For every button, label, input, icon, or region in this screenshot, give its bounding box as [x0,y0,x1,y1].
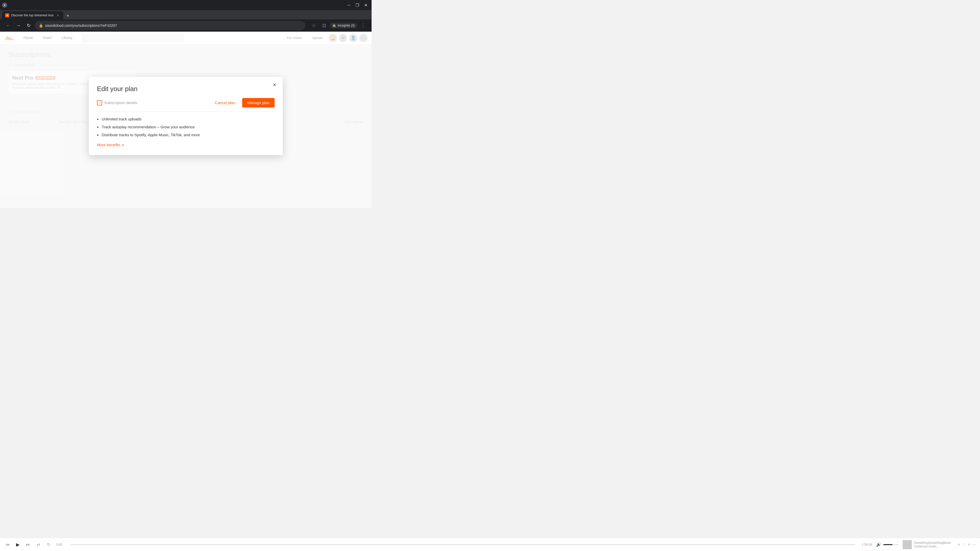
incognito-label: Incognito (3) [338,24,355,27]
incognito-badge[interactable]: 🕵 Incognito (3) [330,23,357,28]
profile-button[interactable]: ⊡ [320,21,329,30]
modal-actions: Cancel plan Manage plan [211,98,275,107]
tabs-bar: ≋ Discover the top streamed mus × + [0,10,372,19]
refresh-button[interactable]: ↻ [24,21,33,30]
title-bar: ▼ ─ ❐ ✕ [0,0,372,10]
benefits-list: • Unlimited track uploads • Track autopl… [97,117,275,138]
benefit-text-3: Distribute tracks to Spotify, Apple Musi… [102,133,200,137]
tab-favicon: ≋ [5,13,9,17]
new-tab-button[interactable]: + [64,12,72,19]
toolbar-icons: ☆ ⊡ 🕵 Incognito (3) ⋮ [309,21,368,30]
more-benefits-label: More benefits [97,143,120,147]
modal-close-button[interactable]: × [270,81,279,89]
manage-plan-button[interactable]: Manage plan [242,98,275,107]
incognito-icon: 🕵 [332,24,336,27]
modal-title: Edit your plan [97,85,275,93]
active-tab[interactable]: ≋ Discover the top streamed mus × [2,11,63,19]
bullet-1: • [97,117,99,122]
url-text: soundcloud.com/you/subscriptions?ref=t22… [45,24,301,27]
more-benefits-button[interactable]: More benefits ∨ [97,143,124,147]
address-bar: ← → ↻ 🔒 soundcloud.com/you/subscriptions… [0,19,372,32]
forward-button[interactable]: → [14,21,22,30]
lock-icon: 🔒 [39,24,43,27]
browser-chrome: ▼ ─ ❐ ✕ ≋ Discover the top streamed mus … [0,0,372,32]
url-bar[interactable]: 🔒 soundcloud.com/you/subscriptions?ref=t… [35,21,305,30]
edit-plan-modal: × Edit your plan ✓ Subscription details … [89,77,283,155]
benefit-item-2: • Track autoplay recommendation – Grow y… [97,125,275,130]
chevron-down-icon: ∨ [122,143,124,147]
close-window-button[interactable]: ✕ [362,2,369,9]
benefit-item-3: • Distribute tracks to Spotify, Apple Mu… [97,133,275,138]
tab-title: Discover the top streamed mus [11,14,54,17]
maximize-button[interactable]: ❐ [353,2,361,9]
benefit-text-2: Track autoplay recommendation – Grow you… [102,125,195,129]
back-button[interactable]: ← [4,21,12,30]
bullet-2: • [97,125,99,130]
tab-close-button[interactable]: × [56,13,60,17]
benefit-item-1: • Unlimited track uploads [97,117,275,122]
modal-section-header: ✓ Subscription details Cancel plan Manag… [97,98,275,112]
checkbox-icon: ✓ [97,100,102,105]
modal-section-label: ✓ Subscription details [97,100,137,105]
profile-circle[interactable]: ▼ [2,3,7,8]
bullet-3: • [97,133,99,138]
benefit-text-1: Unlimited track uploads [102,117,142,121]
minimize-button[interactable]: ─ [345,2,352,9]
subscription-details-label: Subscription details [104,100,137,105]
bookmark-button[interactable]: ☆ [309,21,318,30]
menu-button[interactable]: ⋮ [358,21,368,30]
window-controls: ─ ❐ ✕ [345,2,369,9]
cancel-plan-button[interactable]: Cancel plan [211,98,239,107]
soundcloud-app: Home Feed Library For Artists Upload 🔔 ✉… [0,32,372,208]
